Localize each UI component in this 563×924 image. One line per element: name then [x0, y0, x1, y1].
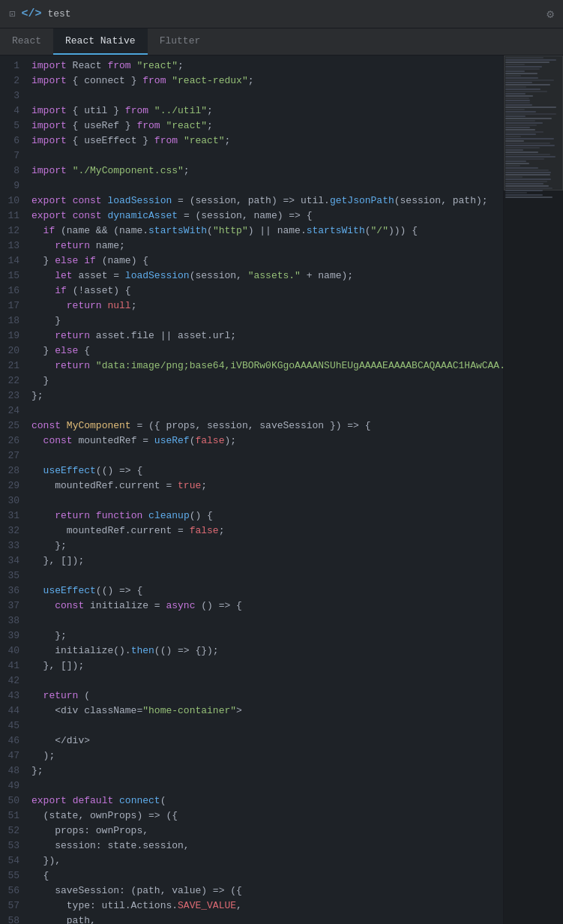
- line-number: 53: [0, 838, 31, 854]
- line-number: 43: [0, 688, 31, 704]
- line-code: [31, 614, 503, 628]
- line-code: if (!asset) {: [31, 284, 503, 298]
- window-title: test: [47, 8, 70, 20]
- line-number: 17: [0, 298, 31, 314]
- line-code: };: [31, 764, 503, 778]
- code-line: 46 </div>: [0, 734, 503, 748]
- line-code: [31, 674, 503, 688]
- minimap-line: [505, 116, 526, 117]
- line-number: 19: [0, 328, 31, 344]
- line-code: return "data:image/png;base64,iVBORw0KGg…: [31, 358, 503, 374]
- minimap-line: [505, 138, 554, 140]
- code-line: 3: [0, 88, 503, 104]
- code-line: 2import { connect } from "react-redux";: [0, 74, 503, 88]
- line-number: 57: [0, 898, 31, 914]
- line-code: import React from "react";: [31, 58, 503, 74]
- tab-react[interactable]: React: [0, 28, 53, 55]
- line-number: 22: [0, 374, 31, 388]
- line-code: return function cleanup() {: [31, 508, 503, 524]
- code-line: 40 initialize().then(() => {});: [0, 644, 503, 658]
- line-code: mountedRef.current = true;: [31, 478, 503, 494]
- line-number: 42: [0, 674, 31, 688]
- tab-react-native[interactable]: React Native: [53, 28, 148, 55]
- line-code: mountedRef.current = false;: [31, 524, 503, 538]
- line-code: );: [31, 748, 503, 764]
- minimap-line: [505, 70, 525, 72]
- code-line: 20 } else {: [0, 344, 503, 358]
- minimap-line: [505, 73, 538, 74]
- line-code: };: [31, 628, 503, 644]
- code-line: 24: [0, 404, 503, 418]
- line-number: 29: [0, 478, 31, 494]
- code-line: 17 return null;: [0, 298, 503, 314]
- line-code: path,: [31, 914, 503, 924]
- line-number: 16: [0, 284, 31, 298]
- minimap-line: [505, 84, 550, 86]
- line-code: import "./MyComponent.css";: [31, 164, 503, 178]
- line-number: 45: [0, 718, 31, 734]
- line-number: 2: [0, 74, 31, 88]
- minimap-line: [505, 152, 538, 153]
- code-line: 12 if (name && (name.startsWith("http") …: [0, 224, 503, 238]
- line-number: 27: [0, 448, 31, 464]
- tab-flutter[interactable]: Flutter: [148, 28, 213, 55]
- code-line: 43 return (: [0, 688, 503, 704]
- code-line: 14 } else if (name) {: [0, 254, 503, 268]
- minimap-line: [505, 118, 552, 119]
- code-line: 48};: [0, 764, 503, 778]
- line-number: 1: [0, 58, 31, 74]
- line-code: [31, 494, 503, 508]
- title-bar: ⊡ </> test ⚙: [0, 0, 563, 28]
- code-line: 32 mountedRef.current = false;: [0, 524, 503, 538]
- code-line: 41 }, []);: [0, 658, 503, 674]
- line-number: 38: [0, 614, 31, 628]
- code-line: 34 }, []);: [0, 554, 503, 568]
- line-number: 56: [0, 884, 31, 898]
- code-line: 18 }: [0, 314, 503, 328]
- line-code: }: [31, 314, 503, 328]
- line-number: 55: [0, 868, 31, 884]
- line-code: return (: [31, 688, 503, 704]
- line-code: export default connect(: [31, 794, 503, 808]
- line-code: } else {: [31, 344, 503, 358]
- minimap-line: [505, 192, 527, 194]
- line-code: return asset.file || asset.url;: [31, 328, 503, 344]
- minimap-line: [505, 156, 556, 158]
- line-code: session: state.session,: [31, 838, 503, 854]
- minimap-line: [505, 167, 538, 169]
- minimap-line: [505, 190, 543, 191]
- minimap-line: [505, 88, 541, 90]
- gear-icon[interactable]: ⚙: [547, 7, 554, 22]
- minimap: [503, 56, 563, 924]
- line-code: }: [31, 374, 503, 388]
- line-number: 49: [0, 778, 31, 794]
- line-number: 28: [0, 464, 31, 478]
- minimap-line: [505, 149, 523, 151]
- code-line: 8import "./MyComponent.css";: [0, 164, 503, 178]
- line-code: useEffect(() => {: [31, 464, 503, 478]
- line-number: 18: [0, 314, 31, 328]
- title-bar-left: ⊡ </> test: [9, 8, 71, 20]
- minimap-line: [505, 163, 529, 164]
- code-line: 7: [0, 148, 503, 164]
- line-number: 51: [0, 808, 31, 824]
- minimap-line: [505, 124, 537, 126]
- line-code: import { useEffect } from "react";: [31, 134, 503, 148]
- line-number: 30: [0, 494, 31, 508]
- brackets-icon: </>: [21, 8, 41, 20]
- minimap-line: [505, 100, 530, 101]
- line-number: 20: [0, 344, 31, 358]
- code-line: 15 let asset = loadSession(session, "ass…: [0, 268, 503, 284]
- tab-bar: React React Native Flutter: [0, 28, 563, 56]
- code-line: 38: [0, 614, 503, 628]
- line-number: 50: [0, 794, 31, 808]
- line-code: if (name && (name.startsWith("http") || …: [31, 224, 503, 238]
- minimap-line: [505, 82, 532, 83]
- code-line: 58 path,: [0, 914, 503, 924]
- code-editor[interactable]: 1import React from "react";2import { con…: [0, 56, 503, 924]
- line-number: 11: [0, 208, 31, 224]
- line-number: 21: [0, 358, 31, 374]
- line-code: <div className="home-container">: [31, 704, 503, 718]
- line-code: [31, 178, 503, 194]
- line-code: import { connect } from "react-redux";: [31, 74, 503, 88]
